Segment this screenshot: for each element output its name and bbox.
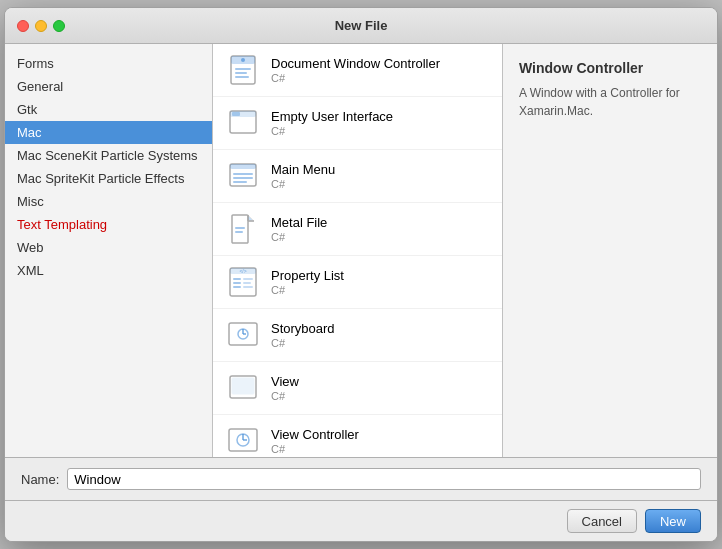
- maximize-button[interactable]: [53, 20, 65, 32]
- file-item-7[interactable]: View ControllerC#: [213, 415, 502, 457]
- file-icon-1: [225, 105, 261, 141]
- new-file-window: New File FormsGeneralGtkMacMac SceneKit …: [4, 7, 718, 542]
- svg-rect-24: [233, 282, 241, 284]
- file-name-0: Document Window Controller: [271, 56, 440, 71]
- file-subtitle-4: C#: [271, 284, 344, 296]
- file-name-2: Main Menu: [271, 162, 335, 177]
- window-title: New File: [335, 18, 388, 33]
- detail-panel: Window Controller A Window with a Contro…: [503, 44, 717, 457]
- titlebar: New File: [5, 8, 717, 44]
- sidebar: FormsGeneralGtkMacMac SceneKit Particle …: [5, 44, 213, 457]
- svg-rect-17: [235, 227, 245, 229]
- file-subtitle-6: C#: [271, 390, 299, 402]
- svg-rect-11: [233, 173, 253, 175]
- button-row: Cancel New: [5, 500, 717, 541]
- close-button[interactable]: [17, 20, 29, 32]
- file-subtitle-1: C#: [271, 125, 393, 137]
- file-icon-7: [225, 423, 261, 457]
- detail-title: Window Controller: [519, 60, 701, 76]
- svg-rect-13: [233, 181, 247, 183]
- traffic-lights: [17, 20, 65, 32]
- svg-rect-3: [235, 68, 251, 70]
- file-name-4: Property List: [271, 268, 344, 283]
- svg-rect-5: [235, 76, 249, 78]
- file-name-3: Metal File: [271, 215, 327, 230]
- file-item-6[interactable]: ViewC#: [213, 362, 502, 415]
- file-icon-2: [225, 158, 261, 194]
- name-label: Name:: [21, 472, 59, 487]
- file-item-3[interactable]: Metal FileC#: [213, 203, 502, 256]
- file-icon-3: [225, 211, 261, 247]
- file-icon-4: </>: [225, 264, 261, 300]
- main-content: FormsGeneralGtkMacMac SceneKit Particle …: [5, 44, 717, 457]
- svg-rect-23: [243, 278, 253, 280]
- file-name-6: View: [271, 374, 299, 389]
- file-item-1[interactable]: Empty User InterfaceC#: [213, 97, 502, 150]
- svg-text:</>: </>: [239, 268, 246, 274]
- minimize-button[interactable]: [35, 20, 47, 32]
- cancel-button[interactable]: Cancel: [567, 509, 637, 533]
- file-subtitle-0: C#: [271, 72, 440, 84]
- file-item-0[interactable]: Document Window ControllerC#: [213, 44, 502, 97]
- sidebar-item-3[interactable]: Mac: [5, 121, 212, 144]
- file-icon-6: [225, 370, 261, 406]
- file-item-5[interactable]: StoryboardC#: [213, 309, 502, 362]
- name-bar: Name:: [5, 457, 717, 500]
- file-subtitle-5: C#: [271, 337, 335, 349]
- detail-description: A Window with a Controller for Xamarin.M…: [519, 84, 701, 120]
- file-subtitle-7: C#: [271, 443, 359, 455]
- svg-rect-26: [233, 286, 241, 288]
- file-name-5: Storyboard: [271, 321, 335, 336]
- sidebar-item-5[interactable]: Mac SpriteKit Particle Effects: [5, 167, 212, 190]
- sidebar-item-1[interactable]: General: [5, 75, 212, 98]
- file-icon-5: [225, 317, 261, 353]
- svg-rect-18: [235, 231, 243, 233]
- file-name-1: Empty User Interface: [271, 109, 393, 124]
- svg-rect-10: [230, 164, 256, 169]
- svg-rect-4: [235, 72, 247, 74]
- svg-rect-22: [233, 278, 241, 280]
- file-list: Document Window ControllerC# Empty User …: [213, 44, 503, 457]
- sidebar-item-7[interactable]: Text Templating: [5, 213, 212, 236]
- svg-rect-25: [243, 282, 251, 284]
- file-item-2[interactable]: Main MenuC#: [213, 150, 502, 203]
- sidebar-item-2[interactable]: Gtk: [5, 98, 212, 121]
- svg-rect-12: [233, 177, 253, 179]
- file-subtitle-2: C#: [271, 178, 335, 190]
- sidebar-item-8[interactable]: Web: [5, 236, 212, 259]
- svg-point-2: [241, 58, 245, 62]
- new-button[interactable]: New: [645, 509, 701, 533]
- svg-rect-8: [232, 112, 240, 116]
- svg-rect-27: [243, 286, 253, 288]
- file-subtitle-3: C#: [271, 231, 327, 243]
- file-icon-0: [225, 52, 261, 88]
- sidebar-item-9[interactable]: XML: [5, 259, 212, 282]
- sidebar-item-4[interactable]: Mac SceneKit Particle Systems: [5, 144, 212, 167]
- svg-rect-33: [232, 378, 254, 394]
- file-item-4[interactable]: </> Property ListC#: [213, 256, 502, 309]
- sidebar-item-6[interactable]: Misc: [5, 190, 212, 213]
- sidebar-item-0[interactable]: Forms: [5, 52, 212, 75]
- name-input[interactable]: [67, 468, 701, 490]
- file-name-7: View Controller: [271, 427, 359, 442]
